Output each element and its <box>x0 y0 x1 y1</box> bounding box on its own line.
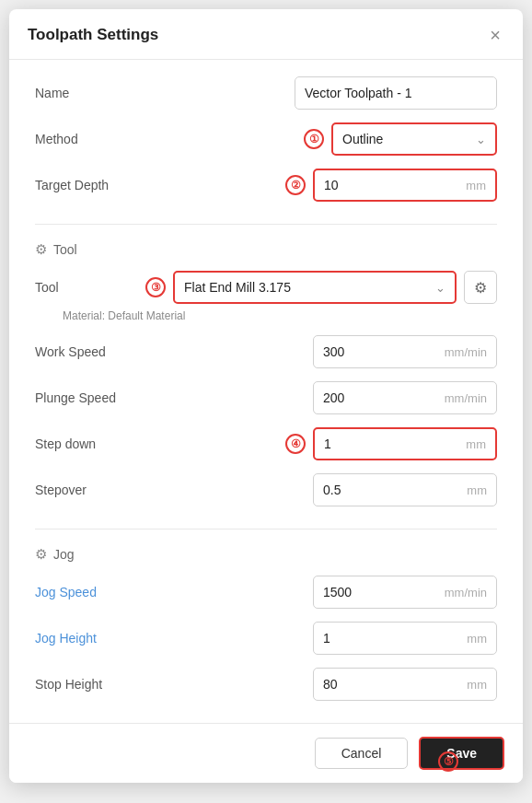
stop-height-input[interactable] <box>314 669 467 700</box>
tool-section: ⚙ Tool Tool ③ Flat End Mill 3.175 ⌄ ⚙ Ma… <box>35 225 497 530</box>
step-down-label: Step down <box>35 436 145 451</box>
step-down-unit: mm <box>466 437 495 451</box>
jog-speed-unit: mm/min <box>445 586 496 599</box>
jog-section-header: ⚙ Jog <box>35 546 497 563</box>
toolpath-settings-dialog: Toolpath Settings × Name Method ① Outlin… <box>9 9 523 783</box>
target-depth-row: Target Depth ② mm <box>35 169 497 202</box>
target-depth-input[interactable] <box>315 170 466 200</box>
tool-settings-button[interactable]: ⚙ <box>464 271 497 304</box>
plunge-speed-row: Plunge Speed mm/min <box>35 381 497 414</box>
stop-height-unit: mm <box>467 678 496 692</box>
method-select[interactable]: Outline ⌄ <box>331 122 497 156</box>
jog-section: ⚙ Jog Jog Speed mm/min Jog Height mm <box>35 530 497 723</box>
jog-height-unit: mm <box>467 632 496 646</box>
step-down-row: Step down ④ mm <box>35 427 497 460</box>
stop-height-row: Stop Height mm <box>35 668 497 701</box>
plunge-speed-input-wrap: mm/min <box>313 381 497 414</box>
dialog-body: Name Method ① Outline ⌄ Target Depth <box>9 60 523 723</box>
work-speed-input[interactable] <box>314 336 445 367</box>
name-input[interactable] <box>295 77 496 109</box>
plunge-speed-unit: mm/min <box>445 391 496 405</box>
name-label: Name <box>35 86 145 100</box>
dialog-title: Toolpath Settings <box>28 26 158 44</box>
badge-4: ④ <box>285 434 306 454</box>
save-button[interactable]: Save <box>419 737 504 770</box>
chevron-down-icon: ⌄ <box>476 133 486 146</box>
target-depth-label: Target Depth <box>35 178 145 192</box>
stop-height-label: Stop Height <box>35 677 145 692</box>
gear-icon: ⚙ <box>35 241 47 258</box>
jog-speed-input[interactable] <box>314 576 445 608</box>
work-speed-unit: mm/min <box>445 345 496 359</box>
dialog-header: Toolpath Settings × <box>9 9 523 60</box>
cancel-button[interactable]: Cancel <box>315 738 409 769</box>
jog-height-input-wrap: mm <box>313 622 497 655</box>
jog-section-label: Jog <box>53 547 75 562</box>
work-speed-label: Work Speed <box>35 344 145 359</box>
jog-height-input[interactable] <box>314 623 467 654</box>
badge-3: ③ <box>145 277 166 297</box>
tool-selector-row: Tool ③ Flat End Mill 3.175 ⌄ ⚙ <box>35 271 497 304</box>
tool-select-text: Flat End Mill 3.175 <box>184 280 428 295</box>
tool-label: Tool <box>35 280 145 295</box>
jog-height-label: Jog Height <box>35 631 145 646</box>
badge-2: ② <box>285 175 306 195</box>
badge-5: ⑤ <box>438 751 458 772</box>
jog-speed-input-wrap: mm/min <box>313 576 497 609</box>
tool-chevron-icon: ⌄ <box>435 281 445 295</box>
badge-1: ① <box>304 129 324 149</box>
stepover-unit: mm <box>467 483 496 497</box>
target-depth-input-wrap: mm <box>313 169 497 202</box>
work-speed-row: Work Speed mm/min <box>35 335 497 368</box>
stepover-input-wrap: mm <box>313 473 497 506</box>
jog-gear-icon: ⚙ <box>35 546 47 563</box>
plunge-speed-input[interactable] <box>314 382 445 413</box>
basic-settings-section: Name Method ① Outline ⌄ Target Depth <box>35 60 497 225</box>
target-depth-unit: mm <box>466 179 495 192</box>
stop-height-input-wrap: mm <box>313 668 497 701</box>
jog-speed-row: Jog Speed mm/min <box>35 576 497 609</box>
dialog-footer: ⑤ Cancel Save <box>9 723 523 783</box>
method-row: Method ① Outline ⌄ <box>35 122 497 156</box>
jog-speed-label: Jog Speed <box>35 585 145 599</box>
tool-select[interactable]: Flat End Mill 3.175 ⌄ <box>173 271 457 304</box>
close-button[interactable]: × <box>486 24 504 46</box>
plunge-speed-label: Plunge Speed <box>35 390 145 405</box>
stepover-label: Stepover <box>35 483 145 497</box>
step-down-input-wrap: mm <box>313 427 497 460</box>
jog-height-row: Jog Height mm <box>35 622 497 655</box>
method-select-text: Outline <box>342 132 468 146</box>
tool-section-label: Tool <box>53 242 77 257</box>
step-down-input[interactable] <box>315 429 466 459</box>
stepover-input[interactable] <box>314 474 467 506</box>
method-label: Method <box>35 132 145 146</box>
stepover-row: Stepover mm <box>35 473 497 506</box>
material-label: Material: Default Material <box>63 309 497 322</box>
name-input-wrap <box>295 76 497 110</box>
work-speed-input-wrap: mm/min <box>313 335 497 368</box>
tool-section-header: ⚙ Tool <box>35 241 497 258</box>
name-row: Name <box>35 76 497 110</box>
